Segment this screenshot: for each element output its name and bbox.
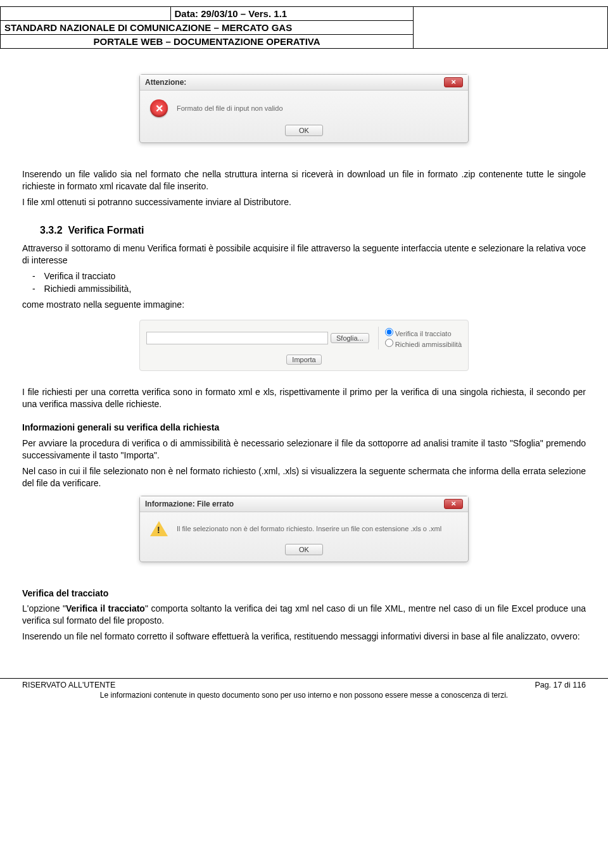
dialog2-ok-button[interactable]: OK — [285, 544, 323, 555]
warning-icon — [150, 521, 168, 536]
error-icon: ✕ — [150, 99, 168, 117]
header-title-2: PORTALE WEB – DOCUMENTAZIONE OPERATIVA — [1, 35, 414, 49]
header-cell-empty — [1, 7, 171, 21]
dialog2-title: Informazione: File errato — [145, 500, 234, 508]
paragraph-5: Nel caso in cui il file selezionato non … — [22, 465, 586, 489]
paragraph-7: Inserendo un file nel formato corretto i… — [22, 631, 586, 643]
paragraph-6: L'opzione "Verifica il tracciato" compor… — [22, 603, 586, 627]
section-after-list: come mostrato nella seguente immagine: — [22, 299, 586, 311]
paragraph-3: I file richiesti per una corretta verifi… — [22, 386, 586, 410]
sub-heading: Verifica del tracciato — [22, 588, 586, 600]
close-icon[interactable]: ✕ — [444, 77, 463, 87]
header-meta: Data: 29/03/10 – Vers. 1.1 — [170, 7, 414, 21]
section-intro: Attraverso il sottoramo di menu Verifica… — [22, 242, 586, 267]
paragraph-4: Per avviare la procedura di verifica o d… — [22, 437, 586, 462]
option-list: Verifica il tracciato Richiedi ammissibi… — [44, 271, 586, 294]
upload-widget: Sfoglia... Verifica il tracciato Richied… — [139, 320, 469, 371]
paragraph-2: I file xml ottenuti si potranno successi… — [22, 196, 586, 208]
dialog1-message: Formato del file di input non valido — [177, 104, 283, 112]
file-path-input[interactable] — [146, 332, 328, 344]
dialog1-title: Attenzione: — [145, 78, 186, 87]
dialog-file-errato: Informazione: File errato ✕ Il file sele… — [139, 496, 469, 562]
info-heading: Informazioni generali su verifica della … — [22, 422, 586, 434]
dialog-attention: Attenzione: ✕ ✕ Formato del file di inpu… — [139, 74, 469, 143]
section-number: 3.3.2 — [40, 225, 63, 236]
radio-richiedi-ammissibilita[interactable]: Richiedi ammissibilità — [385, 339, 462, 348]
import-button[interactable]: Importa — [286, 355, 321, 365]
document-header: Data: 29/03/10 – Vers. 1.1 STANDARD NAZI… — [0, 6, 608, 49]
page-footer: RISERVATO ALL'UTENTE Pag. 17 di 116 Le i… — [0, 678, 608, 700]
list-item: Verifica il tracciato — [44, 271, 586, 281]
list-item: Richiedi ammissibilità, — [44, 284, 586, 294]
footer-right: Pag. 17 di 116 — [535, 681, 586, 689]
footer-disclaimer: Le informazioni contenute in questo docu… — [22, 691, 586, 700]
section-heading: 3.3.2 Verifica Formati — [40, 225, 586, 236]
header-right-empty — [414, 7, 608, 49]
header-title-1: STANDARD NAZIONALE DI COMUNICAZIONE – ME… — [1, 21, 414, 35]
close-icon[interactable]: ✕ — [444, 499, 463, 509]
dialog1-ok-button[interactable]: OK — [285, 125, 323, 136]
section-title: Verifica Formati — [68, 225, 144, 236]
browse-button[interactable]: Sfoglia... — [331, 333, 369, 343]
radio-verifica-tracciato[interactable]: Verifica il tracciato — [385, 328, 462, 337]
dialog2-message: Il file selezionato non è del formato ri… — [177, 525, 441, 532]
footer-left: RISERVATO ALL'UTENTE — [22, 681, 115, 689]
paragraph-1: Inserendo un file valido sia nel formato… — [22, 168, 586, 192]
